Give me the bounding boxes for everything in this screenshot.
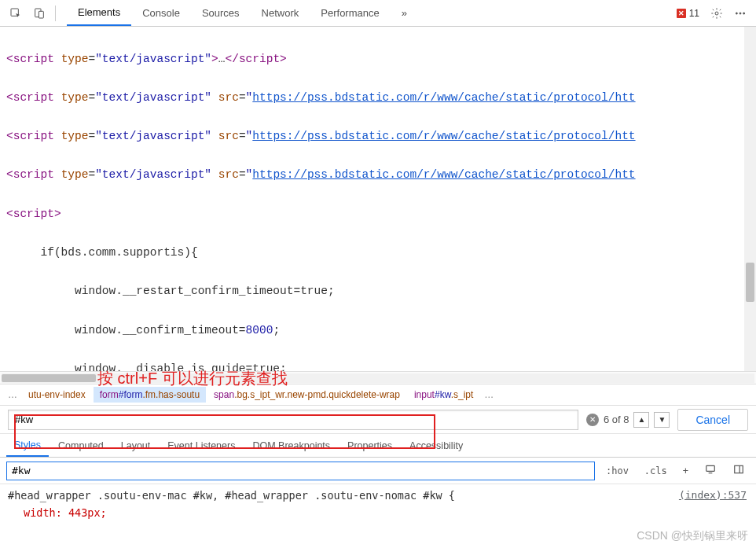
find-next-button[interactable]: ▼ [654,412,670,428]
styles-pane-tabs: Styles Computed Layout Event Listeners D… [0,434,756,458]
panel-tabs: Elements Console Sources Network Perform… [67,0,418,26]
svg-point-5 [739,13,741,14]
error-count: 11 [689,8,699,19]
tab-performance[interactable]: Performance [310,0,390,26]
svg-point-6 [743,13,745,14]
watermark: CSDN @快到锅里来呀 [637,529,748,543]
styles-tab-dom-breakpoints[interactable]: DOM Breakpoints [244,436,338,456]
tab-elements[interactable]: Elements [67,0,131,26]
rule-source-link[interactable]: (index):537 [679,487,747,504]
svg-rect-7 [706,465,715,471]
annotation-text: 按 ctrl+F 可以进行元素查找 [97,368,288,389]
breadcrumb-item[interactable]: utu-env-index [22,387,92,403]
gear-icon[interactable] [706,2,728,24]
find-count: 6 of 8 [604,414,629,425]
svg-rect-8 [735,465,743,473]
find-prev-button[interactable]: ▲ [633,412,649,428]
device-toggle-icon[interactable] [28,2,50,24]
breadcrumb-item[interactable]: input#kw.s_ipt [408,387,479,403]
inspect-icon[interactable] [5,2,27,24]
vertical-scrollbar[interactable] [744,27,756,371]
device-view-icon[interactable] [699,462,721,479]
styles-filter-row: :hov .cls + [0,458,756,484]
styles-filter-input[interactable] [6,462,595,480]
rule-selector: #head_wrapper .soutu-env-mac #kw, #head_… [8,487,748,505]
breadcrumb-item[interactable]: span.bg.s_ipt_wr.new-pmd.quickdelete-wra… [207,387,406,403]
styles-tab-layout[interactable]: Layout [113,436,159,456]
find-input[interactable] [8,410,578,430]
hov-toggle[interactable]: :hov [601,464,633,478]
find-bar: ✕ 6 of 8 ▲ ▼ Cancel [0,406,756,434]
styles-tab-properties[interactable]: Properties [339,436,400,456]
tabs-overflow-icon[interactable]: » [391,0,418,26]
svg-point-4 [736,13,737,14]
toggle-sidebar-icon[interactable] [728,462,750,479]
svg-rect-2 [39,11,43,18]
devtools-toolbar: Elements Console Sources Network Perform… [0,0,756,27]
new-rule-button[interactable]: + [678,464,693,478]
tab-console[interactable]: Console [131,0,191,26]
breadcrumb-overflow-right[interactable]: … [481,389,497,400]
error-badge[interactable]: ✕ 11 [672,6,704,20]
css-rule[interactable]: (index):537 #head_wrapper .soutu-env-mac… [0,484,756,524]
styles-tab-computed[interactable]: Computed [50,436,112,456]
tab-network[interactable]: Network [251,0,310,26]
tab-sources[interactable]: Sources [191,0,251,26]
svg-point-3 [715,12,718,15]
error-icon: ✕ [677,9,686,18]
cls-toggle[interactable]: .cls [640,464,672,478]
elements-source-panel[interactable]: <script type="text/javascript">…</script… [0,27,756,371]
styles-tab-styles[interactable]: Styles [6,435,49,457]
breadcrumb-item-selected[interactable]: form#form.fm.has-soutu [94,387,206,403]
divider [55,6,56,21]
rule-property[interactable]: width: 443px; [24,506,107,519]
styles-tab-accessibility[interactable]: Accessibility [402,436,471,456]
styles-tab-event-listeners[interactable]: Event Listeners [160,436,243,456]
clear-icon[interactable]: ✕ [586,414,599,426]
breadcrumb-overflow-left[interactable]: … [5,389,20,400]
cancel-button[interactable]: Cancel [677,409,748,431]
more-icon[interactable] [729,2,751,24]
